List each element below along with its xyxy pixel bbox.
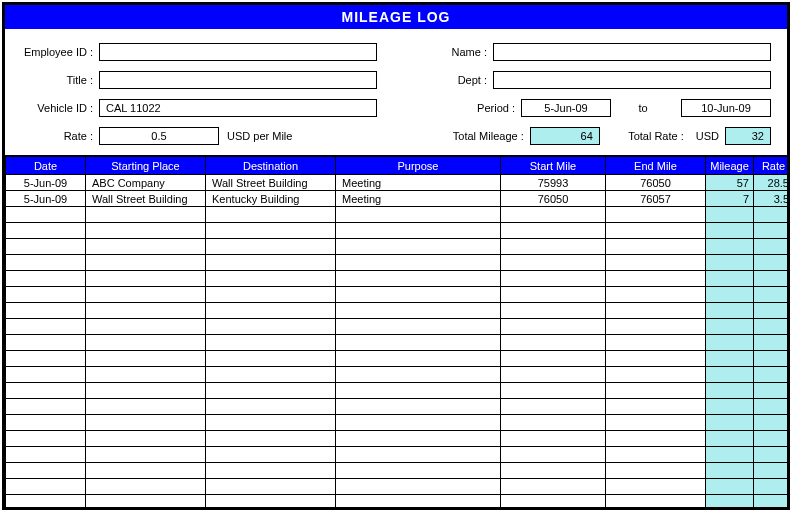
cell[interactable]	[86, 223, 206, 239]
cell[interactable]	[754, 479, 788, 495]
cell[interactable]	[86, 399, 206, 415]
cell[interactable]: 7	[706, 191, 754, 207]
cell[interactable]	[336, 495, 501, 508]
cell[interactable]	[86, 287, 206, 303]
cell[interactable]	[501, 447, 606, 463]
cell[interactable]	[501, 271, 606, 287]
cell[interactable]	[336, 303, 501, 319]
cell[interactable]	[336, 351, 501, 367]
cell[interactable]	[501, 383, 606, 399]
cell[interactable]	[86, 415, 206, 431]
table-row[interactable]	[6, 431, 788, 447]
table-row[interactable]	[6, 415, 788, 431]
cell[interactable]	[206, 223, 336, 239]
cell[interactable]	[86, 383, 206, 399]
cell[interactable]: 76050	[501, 191, 606, 207]
cell[interactable]	[754, 287, 788, 303]
table-row[interactable]	[6, 223, 788, 239]
cell[interactable]	[206, 447, 336, 463]
cell[interactable]	[6, 255, 86, 271]
cell[interactable]	[6, 271, 86, 287]
cell[interactable]: Wall Street Building	[86, 191, 206, 207]
cell[interactable]	[6, 287, 86, 303]
cell[interactable]	[606, 447, 706, 463]
cell[interactable]	[501, 223, 606, 239]
cell[interactable]	[606, 383, 706, 399]
cell[interactable]	[6, 383, 86, 399]
cell[interactable]	[6, 303, 86, 319]
cell[interactable]	[6, 335, 86, 351]
cell[interactable]	[706, 431, 754, 447]
table-row[interactable]	[6, 495, 788, 508]
table-row[interactable]	[6, 479, 788, 495]
dept-field[interactable]	[493, 71, 771, 89]
vehicle-id-field[interactable]: CAL 11022	[99, 99, 377, 117]
cell[interactable]: 76050	[606, 175, 706, 191]
cell[interactable]	[206, 367, 336, 383]
cell[interactable]	[754, 351, 788, 367]
cell[interactable]	[86, 303, 206, 319]
cell[interactable]	[606, 415, 706, 431]
cell[interactable]	[86, 431, 206, 447]
cell[interactable]	[206, 479, 336, 495]
cell[interactable]	[754, 303, 788, 319]
cell[interactable]	[206, 383, 336, 399]
table-row[interactable]	[6, 239, 788, 255]
cell[interactable]	[86, 447, 206, 463]
cell[interactable]	[206, 239, 336, 255]
cell[interactable]	[501, 207, 606, 223]
cell[interactable]	[706, 255, 754, 271]
cell[interactable]	[501, 431, 606, 447]
cell[interactable]	[754, 495, 788, 508]
cell[interactable]	[754, 463, 788, 479]
cell[interactable]: 75993	[501, 175, 606, 191]
cell[interactable]	[606, 255, 706, 271]
cell[interactable]	[6, 415, 86, 431]
cell[interactable]	[86, 255, 206, 271]
cell[interactable]	[754, 207, 788, 223]
cell[interactable]: 5-Jun-09	[6, 191, 86, 207]
table-row[interactable]	[6, 335, 788, 351]
cell[interactable]	[336, 447, 501, 463]
cell[interactable]	[706, 383, 754, 399]
cell[interactable]	[754, 255, 788, 271]
cell[interactable]	[206, 495, 336, 508]
cell[interactable]	[706, 207, 754, 223]
cell[interactable]	[206, 255, 336, 271]
cell[interactable]	[706, 447, 754, 463]
cell[interactable]	[606, 479, 706, 495]
cell[interactable]	[6, 223, 86, 239]
cell[interactable]	[86, 207, 206, 223]
cell[interactable]: Kentucky Building	[206, 191, 336, 207]
cell[interactable]	[501, 287, 606, 303]
cell[interactable]	[336, 431, 501, 447]
cell[interactable]	[501, 415, 606, 431]
cell[interactable]	[206, 271, 336, 287]
cell[interactable]	[754, 431, 788, 447]
title-field[interactable]	[99, 71, 377, 89]
cell[interactable]: 28.5	[754, 175, 788, 191]
cell[interactable]	[86, 319, 206, 335]
table-row[interactable]	[6, 447, 788, 463]
cell[interactable]	[606, 367, 706, 383]
cell[interactable]	[606, 431, 706, 447]
cell[interactable]	[206, 303, 336, 319]
cell[interactable]	[336, 479, 501, 495]
cell[interactable]: 76057	[606, 191, 706, 207]
cell[interactable]	[754, 335, 788, 351]
cell[interactable]	[706, 239, 754, 255]
cell[interactable]	[754, 383, 788, 399]
cell[interactable]	[336, 367, 501, 383]
cell[interactable]	[754, 239, 788, 255]
cell[interactable]	[501, 319, 606, 335]
cell[interactable]	[706, 271, 754, 287]
cell[interactable]	[501, 351, 606, 367]
cell[interactable]	[206, 319, 336, 335]
cell[interactable]: Meeting	[336, 175, 501, 191]
cell[interactable]	[754, 415, 788, 431]
cell[interactable]	[706, 351, 754, 367]
cell[interactable]	[754, 223, 788, 239]
cell[interactable]	[706, 367, 754, 383]
cell[interactable]	[86, 495, 206, 508]
cell[interactable]	[606, 335, 706, 351]
